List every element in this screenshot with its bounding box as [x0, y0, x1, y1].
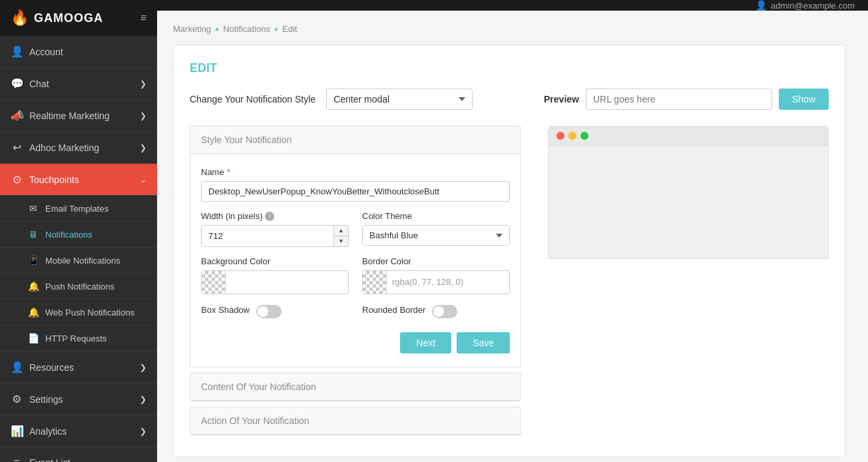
- sidebar-item-account[interactable]: 👤 Account: [0, 36, 157, 68]
- sidebar-item-label: Analytics: [29, 426, 67, 437]
- logo-icon: 🔥: [11, 9, 29, 27]
- shadow-row: Box Shadow Rounded Border: [201, 305, 510, 319]
- sidebar-item-label: Realtime Marketing: [29, 111, 110, 121]
- bg-color-swatch[interactable]: [202, 271, 226, 294]
- sidebar-item-resources[interactable]: 👤 Resources ❯: [0, 351, 157, 383]
- bg-color-field: Background Color: [201, 256, 349, 294]
- notifications-icon: 🖥: [28, 229, 39, 240]
- topbar: 👤 admin@example.com: [157, 0, 868, 11]
- chat-icon: 💬: [11, 77, 23, 90]
- sidebar-item-adhoc-marketing[interactable]: ↩ Adhoc Marketing ❯: [0, 132, 157, 164]
- sidebar-item-label: Event List: [29, 457, 70, 462]
- color-theme-select[interactable]: Bashful Blue Red Green Custom: [362, 225, 510, 246]
- chevron-right-icon: ❯: [140, 427, 146, 436]
- sidebar-item-realtime-marketing[interactable]: 📣 Realtime Marketing ❯: [0, 100, 157, 132]
- web-push-icon: 🔔: [28, 307, 39, 318]
- spinner-up-button[interactable]: ▲: [334, 226, 348, 236]
- width-spinners: ▲ ▼: [333, 226, 348, 246]
- sidebar-item-analytics[interactable]: 📊 Analytics ❯: [0, 415, 157, 447]
- chevron-right-icon: ❯: [140, 143, 146, 152]
- spinner-down-button[interactable]: ▼: [334, 236, 348, 246]
- http-icon: 📄: [28, 333, 39, 344]
- hamburger-icon[interactable]: ≡: [140, 12, 146, 24]
- sidebar-sub-item-label: Email Templates: [45, 204, 108, 214]
- box-shadow-label: Box Shadow: [201, 305, 250, 315]
- sidebar-item-label: Account: [29, 47, 63, 57]
- action-section-header[interactable]: Action Of Your Notification: [190, 407, 521, 435]
- content-section-header[interactable]: Content Of Your Notification: [190, 373, 521, 401]
- border-color-input-wrap: [362, 270, 510, 294]
- info-icon[interactable]: i: [265, 212, 274, 221]
- rounded-border-field: Rounded Border: [362, 305, 510, 319]
- preview-url-input[interactable]: [586, 89, 772, 110]
- preview-label: Preview: [544, 94, 579, 105]
- style-section-body: Name * Width (in pixels) i: [190, 154, 521, 367]
- mobile-icon: 📱: [28, 255, 39, 266]
- style-select[interactable]: Center modal Top bar Bottom bar Slide in: [326, 89, 473, 110]
- bg-color-input[interactable]: [226, 272, 348, 292]
- sidebar: 🔥 GAMOOGA ≡ 👤 Account 💬 Chat ❯ 📣 Realtim…: [0, 0, 157, 462]
- sidebar-item-label: Touchpoints: [29, 174, 79, 185]
- border-color-input[interactable]: [387, 272, 509, 292]
- settings-icon: ⚙: [11, 393, 23, 405]
- sidebar-item-event-list[interactable]: ≡ Event List: [0, 447, 157, 462]
- box-shadow-toggle[interactable]: [256, 305, 282, 318]
- width-color-row: Width (in pixels) i ▲ ▼: [201, 211, 510, 247]
- required-star: *: [227, 167, 230, 177]
- style-section-header: Style Your Notification: [190, 126, 521, 154]
- sidebar-sub-item-label: HTTP Requests: [45, 334, 107, 344]
- preview-area: Preview Show: [544, 89, 829, 110]
- style-section: Style Your Notification Name *: [190, 126, 521, 367]
- show-button[interactable]: Show: [779, 89, 829, 110]
- sidebar-item-label: Adhoc Marketing: [29, 142, 99, 153]
- breadcrumb-sep-2: ●: [274, 25, 278, 33]
- sidebar-item-mobile-notifications[interactable]: 📱 Mobile Notifications: [0, 248, 157, 274]
- sidebar-item-label: Resources: [29, 362, 74, 373]
- color-theme-label: Color Theme: [362, 211, 510, 221]
- chevron-right-icon: ❯: [140, 111, 146, 120]
- form-sections: Style Your Notification Name *: [190, 126, 521, 441]
- main-columns: Style Your Notification Name *: [190, 126, 829, 441]
- chevron-right-icon: ❯: [140, 79, 146, 89]
- touchpoints-icon: ⊙: [11, 173, 23, 186]
- analytics-icon: 📊: [11, 425, 23, 437]
- preview-window: [548, 126, 829, 259]
- resources-icon: 👤: [11, 361, 23, 373]
- realtime-icon: 📣: [11, 109, 23, 122]
- page-content: Marketing ● Notifications ● Edit EDIT Ch…: [157, 11, 868, 462]
- breadcrumb-marketing[interactable]: Marketing: [173, 24, 211, 34]
- logo-area: 🔥 GAMOOGA: [11, 9, 103, 27]
- width-input[interactable]: [202, 226, 333, 246]
- user-icon: 👤: [756, 0, 767, 11]
- breadcrumb-notifications[interactable]: Notifications: [223, 24, 270, 34]
- sidebar-item-touchpoints[interactable]: ⊙ Touchpoints ⌄: [0, 164, 157, 196]
- width-input-wrap: ▲ ▼: [201, 225, 349, 247]
- sidebar-item-notifications[interactable]: 🖥 Notifications: [0, 222, 157, 248]
- sidebar-item-push-notifications[interactable]: 🔔 Push Notifications: [0, 274, 157, 300]
- adhoc-icon: ↩: [11, 141, 23, 154]
- chevron-down-icon: ⌄: [140, 175, 146, 184]
- sidebar-sub-item-label: Web Push Notifications: [45, 308, 134, 318]
- chevron-right-icon: ❯: [140, 395, 146, 404]
- color-theme-field: Color Theme Bashful Blue Red Green Custo…: [362, 211, 510, 247]
- next-button[interactable]: Next: [400, 332, 451, 353]
- sidebar-item-web-push-notifications[interactable]: 🔔 Web Push Notifications: [0, 300, 157, 326]
- style-row: Change Your Notification Style Center mo…: [190, 89, 829, 110]
- rounded-border-toggle[interactable]: [432, 305, 457, 318]
- sidebar-sub-item-label: Mobile Notifications: [45, 256, 120, 266]
- border-color-swatch[interactable]: [363, 271, 387, 294]
- action-section: Action Of Your Notification: [190, 407, 521, 435]
- email-icon: ✉: [28, 203, 39, 214]
- style-label: Change Your Notification Style: [190, 94, 316, 105]
- save-button[interactable]: Save: [457, 332, 510, 353]
- sidebar-item-http-requests[interactable]: 📄 HTTP Requests: [0, 326, 157, 351]
- main-content: 👤 admin@example.com Marketing ● Notifica…: [157, 0, 868, 462]
- name-label: Name *: [201, 167, 510, 177]
- sidebar-item-settings[interactable]: ⚙ Settings ❯: [0, 383, 157, 415]
- border-color-label: Border Color: [362, 256, 510, 266]
- sidebar-item-chat[interactable]: 💬 Chat ❯: [0, 68, 157, 100]
- width-field: Width (in pixels) i ▲ ▼: [201, 211, 349, 247]
- sidebar-item-email-templates[interactable]: ✉ Email Templates: [0, 196, 157, 222]
- name-input[interactable]: [201, 181, 510, 202]
- breadcrumb-edit: Edit: [282, 24, 297, 34]
